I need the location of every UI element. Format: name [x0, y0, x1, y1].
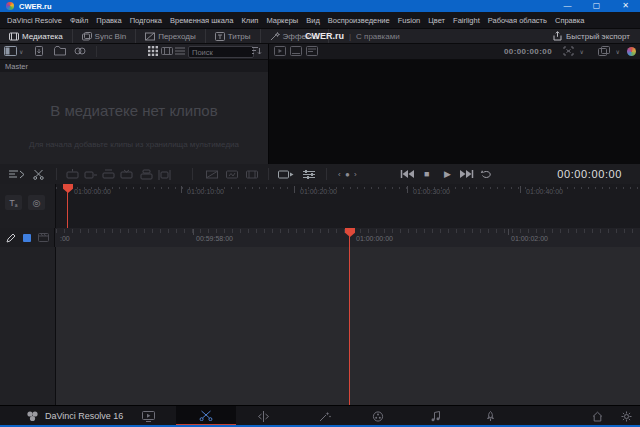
ruler-label: 01:00:00:00: [74, 188, 111, 195]
media-pool-panel[interactable]: В медиатеке нет клипов Для начала добавь…: [0, 72, 268, 164]
grid-view-icon[interactable]: [148, 46, 158, 56]
empty-state-hint: Для начала добавьте клипы из хранилища м…: [0, 140, 268, 149]
go-to-end-button[interactable]: [460, 167, 474, 181]
settings-gear-icon[interactable]: [618, 410, 634, 422]
tab-transitions[interactable]: Переходы: [136, 29, 206, 43]
zoom-fit-icon[interactable]: [563, 46, 574, 56]
tab-sync-bin[interactable]: Sync Bin: [73, 29, 137, 43]
target-icon[interactable]: ◎: [28, 195, 45, 210]
menu-color[interactable]: Цвет: [428, 16, 445, 25]
quick-export-button[interactable]: Быстрый экспорт: [553, 29, 630, 43]
chevron-down-icon[interactable]: ∨: [616, 48, 620, 55]
titles-tool-icon[interactable]: [226, 167, 238, 181]
jog-control[interactable]: ‹ ● ›: [338, 167, 358, 181]
text-tool-icon[interactable]: Ta: [5, 195, 22, 210]
color-adjust-icon[interactable]: [627, 47, 636, 56]
sort-icon[interactable]: [252, 46, 262, 56]
chevron-down-icon[interactable]: ∨: [19, 48, 23, 55]
ruler-label: 01:00:40:00: [526, 188, 563, 195]
play-button[interactable]: ▶: [444, 167, 451, 181]
menu-trim[interactable]: Подгонка: [130, 16, 162, 25]
ruler-label: 01:00:30:00: [413, 188, 450, 195]
smart-insert-icon[interactable]: [66, 167, 79, 181]
menu-edit[interactable]: Правка: [96, 16, 121, 25]
upper-timeline-gutter: Ta ◎: [0, 184, 56, 228]
menu-fairlight[interactable]: Fairlight: [453, 16, 480, 25]
page-color[interactable]: [369, 410, 387, 422]
page-fusion[interactable]: [316, 410, 334, 422]
ruler-label: 01:00:00:00: [356, 235, 393, 242]
transition-tool-icon[interactable]: [206, 167, 218, 181]
menu-help[interactable]: Справка: [555, 16, 584, 25]
clapper-icon[interactable]: [38, 233, 49, 242]
effects-tool-icon[interactable]: [246, 167, 258, 181]
new-bin-icon[interactable]: [54, 46, 66, 56]
source-clip-mode-icon[interactable]: [274, 46, 286, 56]
maximize-button[interactable]: ▢: [582, 0, 611, 12]
media-pool-icon: [9, 32, 19, 41]
tab-media-pool[interactable]: Медиатека: [0, 29, 73, 43]
app-version-label: DaVinci Resolve 16: [45, 411, 123, 421]
transitions-icon: [145, 32, 155, 41]
app-icon: [6, 2, 14, 10]
source-overwrite-icon[interactable]: [158, 167, 171, 181]
menu-clip[interactable]: Клип: [241, 16, 258, 25]
menu-fusion[interactable]: Fusion: [398, 16, 421, 25]
menu-bar: DaVinci Resolve Файл Правка Подгонка Вре…: [0, 12, 640, 29]
stop-button[interactable]: ■: [424, 167, 429, 181]
loop-button[interactable]: [480, 167, 493, 181]
import-media-icon[interactable]: [34, 46, 45, 57]
razor-icon[interactable]: [33, 167, 44, 181]
close-up-icon[interactable]: [120, 167, 133, 181]
minimize-button[interactable]: —: [553, 0, 582, 12]
home-button[interactable]: [589, 410, 605, 422]
menu-playback[interactable]: Воспроизведение: [328, 16, 390, 25]
viewer-panel[interactable]: [268, 60, 640, 164]
bin-breadcrumb[interactable]: Master: [0, 60, 268, 72]
menu-markers[interactable]: Маркеры: [266, 16, 298, 25]
top-toolbar: Медиатека Sync Bin Переходы Титры Эффект…: [0, 29, 640, 44]
cut-page-icon: [199, 410, 213, 421]
smart-indicator-icon[interactable]: [278, 167, 294, 181]
filmstrip-view-icon[interactable]: [161, 46, 173, 56]
overlay-options-icon[interactable]: [598, 46, 610, 56]
tools-icon[interactable]: [302, 167, 316, 181]
project-name: CWER.ru: [305, 31, 344, 41]
page-bar: DaVinci Resolve 16: [0, 405, 640, 426]
source-tape-mode-icon[interactable]: [290, 46, 302, 56]
ruler-label: 01:00:02:00: [511, 235, 548, 242]
go-to-start-button[interactable]: [400, 167, 414, 181]
lower-timeline-ruler[interactable]: :00 00:59:58:00 01:00:00:00 01:00:02:00: [0, 228, 640, 248]
timeline-mode-icon[interactable]: [306, 46, 318, 56]
tab-titles[interactable]: Титры: [206, 29, 261, 43]
upper-timeline[interactable]: Ta ◎ 01:00:00:00 01:00:10:00 01:00:20:00…: [0, 184, 640, 229]
page-media[interactable]: [139, 410, 157, 422]
search-input[interactable]: [188, 46, 254, 58]
menu-timeline[interactable]: Временная шкала: [170, 16, 233, 25]
menu-file[interactable]: Файл: [70, 16, 88, 25]
menu-view[interactable]: Вид: [306, 16, 320, 25]
list-view-icon[interactable]: [175, 46, 185, 56]
ruler-label: 01:00:10:00: [187, 188, 224, 195]
panel-layout-icon[interactable]: [4, 46, 17, 56]
chevron-down-icon[interactable]: ∨: [580, 48, 584, 55]
ruler-label: :00: [60, 235, 70, 242]
relink-media-icon[interactable]: [74, 46, 86, 56]
titles-icon: [215, 32, 225, 41]
trim-mode-icon[interactable]: [8, 167, 25, 181]
place-on-top-icon[interactable]: [140, 167, 153, 181]
track-color-swatch[interactable]: [23, 234, 31, 242]
timeline-tracks[interactable]: [0, 247, 640, 405]
close-button[interactable]: ✕: [611, 0, 640, 12]
append-clip-icon[interactable]: [84, 167, 97, 181]
page-cut-active[interactable]: [176, 406, 236, 426]
track-header[interactable]: [0, 247, 56, 405]
viewer-toolbar: 00:00:00:00 ∨ ∨: [268, 44, 640, 60]
draw-tool-icon[interactable]: [6, 233, 16, 243]
page-deliver[interactable]: [481, 410, 499, 422]
page-edit[interactable]: [254, 410, 272, 422]
page-fairlight[interactable]: [426, 410, 444, 422]
ripple-overwrite-icon[interactable]: [102, 167, 115, 181]
menu-davinci-resolve[interactable]: DaVinci Resolve: [7, 16, 62, 25]
menu-workspace[interactable]: Рабочая область: [488, 16, 547, 25]
